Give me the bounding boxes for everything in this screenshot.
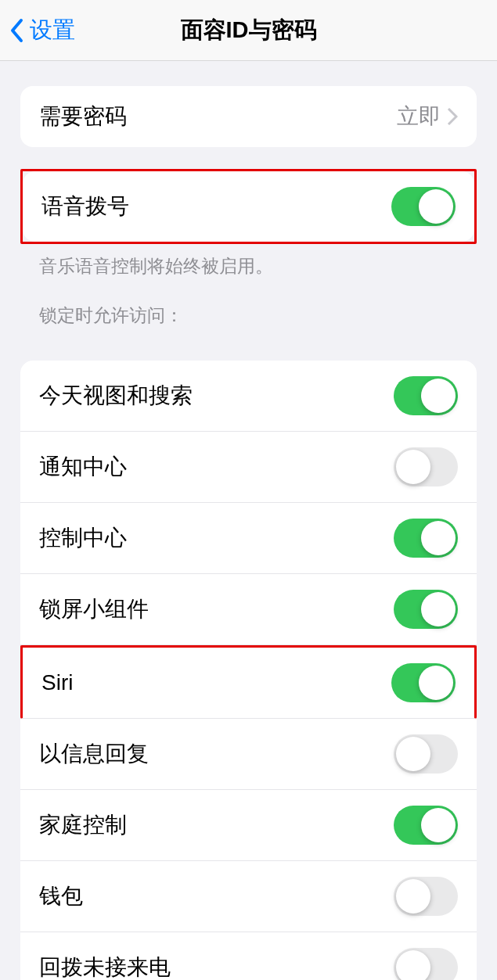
today-view-toggle[interactable] bbox=[394, 376, 458, 415]
voice-dial-highlight: 语音拨号 bbox=[20, 169, 477, 244]
chevron-left-icon bbox=[9, 18, 25, 43]
page-title: 面容ID与密码 bbox=[181, 15, 317, 46]
today-view-row[interactable]: 今天视图和搜索 bbox=[20, 361, 477, 432]
wallet-row[interactable]: 钱包 bbox=[20, 861, 477, 932]
toggle-knob bbox=[396, 737, 430, 771]
toggle-knob bbox=[421, 521, 456, 555]
home-control-label: 家庭控制 bbox=[39, 810, 127, 840]
siri-toggle[interactable] bbox=[391, 663, 456, 702]
toggle-knob bbox=[419, 189, 453, 224]
lock-screen-widgets-row[interactable]: 锁屏小组件 bbox=[20, 574, 477, 645]
home-control-toggle[interactable] bbox=[394, 806, 458, 845]
toggle-knob bbox=[396, 950, 430, 980]
require-passcode-label: 需要密码 bbox=[39, 102, 127, 131]
header-bar: 设置 面容ID与密码 bbox=[0, 0, 497, 61]
siri-label: Siri bbox=[41, 670, 73, 695]
reply-with-message-row[interactable]: 以信息回复 bbox=[20, 719, 477, 790]
lock-screen-widgets-toggle[interactable] bbox=[394, 590, 458, 629]
lock-access-group: 今天视图和搜索 通知中心 控制中心 锁屏小组件 Siri 以信息回复 家庭控制 bbox=[20, 361, 477, 980]
reply-with-message-toggle[interactable] bbox=[394, 734, 458, 774]
toggle-knob bbox=[419, 666, 453, 700]
voice-dial-toggle[interactable] bbox=[391, 187, 456, 226]
back-button[interactable]: 设置 bbox=[0, 15, 75, 46]
notification-center-label: 通知中心 bbox=[39, 452, 127, 482]
voice-dial-row[interactable]: 语音拨号 bbox=[23, 171, 474, 242]
return-missed-calls-label: 回拨未接来电 bbox=[39, 953, 171, 980]
notification-center-toggle[interactable] bbox=[394, 447, 458, 486]
toggle-knob bbox=[396, 879, 430, 914]
voice-dial-footer: 音乐语音控制将始终被启用。 bbox=[20, 244, 477, 278]
return-missed-calls-toggle[interactable] bbox=[394, 948, 458, 980]
lock-access-header: 锁定时允许访问： bbox=[20, 278, 477, 336]
control-center-row[interactable]: 控制中心 bbox=[20, 503, 477, 574]
require-passcode-group: 需要密码 立即 bbox=[20, 86, 477, 147]
lock-screen-widgets-label: 锁屏小组件 bbox=[39, 594, 149, 624]
home-control-row[interactable]: 家庭控制 bbox=[20, 790, 477, 861]
wallet-toggle[interactable] bbox=[394, 877, 458, 916]
require-passcode-row[interactable]: 需要密码 立即 bbox=[20, 86, 477, 147]
return-missed-calls-row[interactable]: 回拨未接来电 bbox=[20, 932, 477, 980]
require-passcode-value-wrapper: 立即 bbox=[397, 102, 458, 131]
control-center-toggle[interactable] bbox=[394, 519, 458, 558]
voice-dial-group: 语音拨号 bbox=[23, 171, 474, 242]
siri-row[interactable]: Siri bbox=[20, 645, 477, 719]
today-view-label: 今天视图和搜索 bbox=[39, 381, 193, 411]
wallet-label: 钱包 bbox=[39, 881, 83, 911]
toggle-knob bbox=[421, 592, 456, 626]
toggle-knob bbox=[396, 450, 430, 484]
toggle-knob bbox=[421, 379, 456, 413]
chevron-right-icon bbox=[447, 107, 458, 126]
toggle-knob bbox=[421, 808, 456, 842]
voice-dial-label: 语音拨号 bbox=[41, 192, 129, 221]
control-center-label: 控制中心 bbox=[39, 523, 127, 553]
require-passcode-value: 立即 bbox=[397, 102, 441, 131]
notification-center-row[interactable]: 通知中心 bbox=[20, 432, 477, 503]
reply-with-message-label: 以信息回复 bbox=[39, 739, 149, 769]
back-label: 设置 bbox=[30, 15, 75, 46]
